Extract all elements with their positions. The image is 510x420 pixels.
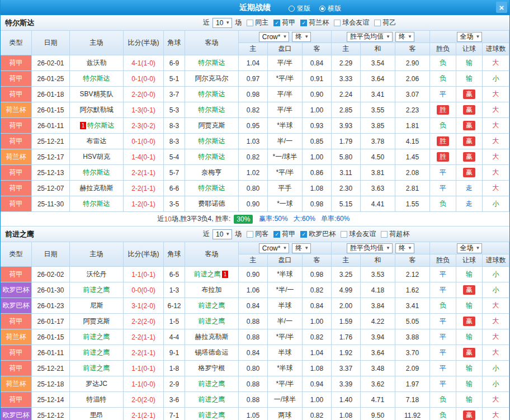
home-team-name: 特尔斯达 xyxy=(83,199,110,209)
bookmaker-select[interactable]: Crow* ▼ xyxy=(259,243,290,253)
avg-odds-select[interactable]: 胜平负均值 ▼ xyxy=(347,243,393,253)
result-cell: 平 xyxy=(430,376,456,392)
final-odds-select-2[interactable]: 终 ▼ xyxy=(395,243,414,253)
checkbox-unchecked-icon[interactable] xyxy=(381,231,388,238)
final-odds-select[interactable]: 终 ▼ xyxy=(292,32,311,42)
recent-results-window: 近期战绩 竖版 横版 × 特尔斯达 近 10 ▼ 场 同主✓荷甲✓荷兰杯球会友谊… xyxy=(0,0,510,420)
col-avg-away: 客 xyxy=(395,254,430,267)
checkbox-checked-icon[interactable]: ✓ xyxy=(300,20,307,26)
result-value: 负 xyxy=(440,410,446,420)
result-cell: 胜 xyxy=(430,102,456,118)
avg-odds-select[interactable]: 胜平负均值 ▼ xyxy=(347,32,393,42)
handicap-result-value: 赢 xyxy=(463,285,475,295)
filter-荷兰杯[interactable]: ✓荷兰杯 xyxy=(300,18,329,27)
summary-count: 10 xyxy=(164,215,172,223)
handicap: 半/一 xyxy=(268,134,303,149)
filter-欧罗巴杯[interactable]: ✓欧罗巴杯 xyxy=(300,229,336,239)
final-odds-select-2[interactable]: 终 ▼ xyxy=(395,32,414,42)
final-odds-select[interactable]: 终 ▼ xyxy=(292,243,311,253)
checkbox-unchecked-icon[interactable] xyxy=(247,20,253,26)
handicap-result-value: 输 xyxy=(466,74,473,83)
full-match-select[interactable]: 全场 ▼ xyxy=(457,243,483,253)
home-team: 特温特 xyxy=(70,392,124,408)
col-result: 胜负 xyxy=(430,254,456,267)
goals-result: 小 xyxy=(483,361,509,376)
layout-vertical-radio[interactable]: 竖版 xyxy=(289,4,310,13)
home-team-name: 罗达JC xyxy=(86,379,107,389)
radio-selected-icon[interactable] xyxy=(319,6,325,12)
red-card-badge: 1 xyxy=(222,271,229,278)
match-date: 26-01-30 xyxy=(32,282,70,298)
away-team-name: 格罗宁根 xyxy=(199,364,225,373)
close-button[interactable]: × xyxy=(496,2,507,13)
handicap: 一/球半 xyxy=(268,392,303,408)
result-cell: 平 xyxy=(430,87,456,102)
col-avg-draw: 和 xyxy=(361,43,395,55)
filter-label: 同主 xyxy=(255,18,268,27)
corner-score: 5-3 xyxy=(164,102,185,118)
filter-荷甲[interactable]: ✓荷甲 xyxy=(273,229,295,239)
asian-odds-away: 0.82 xyxy=(303,329,332,345)
goals-result: 大 xyxy=(483,149,509,165)
filter-球会友谊[interactable]: 球会友谊 xyxy=(334,18,369,27)
checkbox-checked-icon[interactable]: ✓ xyxy=(300,231,307,238)
match-date: 25-11-30 xyxy=(32,196,70,212)
filter-同客[interactable]: 同客 xyxy=(247,229,268,239)
euro-odds-home: 1.59 xyxy=(332,314,361,329)
asian-odds-away: 0.82 xyxy=(303,282,332,298)
col-away: 客场 xyxy=(185,242,239,267)
handicap-result-value: 输 xyxy=(466,395,473,404)
away-team-name: 前进之鹰 xyxy=(199,395,225,404)
checkbox-checked-icon[interactable]: ✓ xyxy=(273,231,280,238)
euro-odds-away: 1.62 xyxy=(395,282,430,298)
filter-荷乙[interactable]: 荷乙 xyxy=(374,18,396,27)
full-match-select[interactable]: 全场 ▼ xyxy=(457,32,483,42)
asian-odds-away: 0.84 xyxy=(303,55,332,71)
away-team-name: 特尔斯达 xyxy=(199,152,225,162)
handicap-result-value: 输 xyxy=(466,270,473,279)
result-value: 平 xyxy=(440,348,446,357)
handicap-result-value: 赢 xyxy=(463,152,475,162)
filter-荷超杯[interactable]: 荷超杯 xyxy=(381,229,409,239)
bookmaker-select[interactable]: Crow* ▼ xyxy=(259,32,290,42)
recent-count-select[interactable]: 10 ▼ xyxy=(212,229,232,239)
result-value: 胜 xyxy=(437,105,449,115)
filter-同主[interactable]: 同主 xyxy=(247,18,268,27)
away-team: 特尔斯达 xyxy=(185,55,239,71)
layout-radio-group: 竖版 横版 xyxy=(289,4,341,13)
radio-unselected-icon[interactable] xyxy=(289,6,295,12)
filter-荷甲[interactable]: ✓荷甲 xyxy=(273,18,295,27)
league-badge: 荷甲 xyxy=(1,55,32,71)
checkbox-unchecked-icon[interactable] xyxy=(374,20,381,26)
handicap-result-cell: 走 xyxy=(456,196,483,212)
result-value: 平 xyxy=(440,317,446,326)
score: 1-4(0-1) xyxy=(124,149,164,165)
asian-odds-home: 1.03 xyxy=(239,134,268,149)
away-team: 前进之鹰 xyxy=(185,376,239,392)
away-team-name: 前进之鹰 xyxy=(199,410,225,420)
handicap-result-cell: 输 xyxy=(456,392,483,408)
checkbox-unchecked-icon[interactable] xyxy=(334,20,341,26)
euro-odds-draw: 3.41 xyxy=(361,87,395,102)
away-team-name: 特尔斯达 xyxy=(199,136,225,146)
final-select-value: 终 xyxy=(295,243,302,253)
checkbox-unchecked-icon[interactable] xyxy=(341,231,347,238)
recent-count-value: 10 xyxy=(216,19,223,27)
goals-result: 小 xyxy=(483,71,509,87)
recent-count-select[interactable]: 10 ▼ xyxy=(212,18,232,28)
checkbox-unchecked-icon[interactable] xyxy=(247,231,253,238)
asian-odds-home: 0.84 xyxy=(239,298,268,314)
corner-score: 3-7 xyxy=(164,87,185,102)
col-home: 主场 xyxy=(70,31,124,55)
goals-result: 小 xyxy=(483,196,509,212)
handicap-result-cell: 赢 xyxy=(456,118,483,134)
handicap-result-value: 输 xyxy=(466,301,473,310)
filter-球会友谊[interactable]: 球会友谊 xyxy=(341,229,376,239)
score: 0-1(0-0) xyxy=(124,71,164,87)
away-team: 特尔斯达 xyxy=(185,134,239,149)
away-team-name: 锡塔德命运 xyxy=(195,348,229,357)
col-goals: 进球数 xyxy=(483,254,509,267)
goals-result: 小 xyxy=(483,376,509,392)
checkbox-checked-icon[interactable]: ✓ xyxy=(273,20,280,26)
layout-horizontal-radio[interactable]: 横版 xyxy=(319,4,341,13)
